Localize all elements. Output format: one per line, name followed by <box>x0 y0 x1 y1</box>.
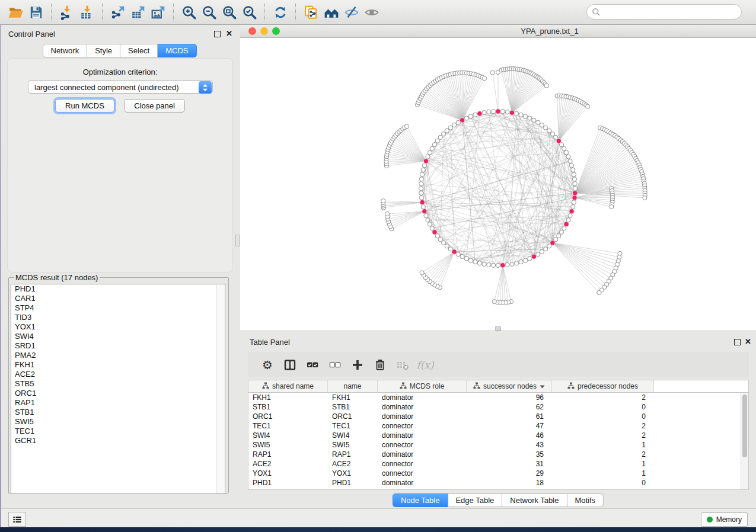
memory-button[interactable]: Memory <box>701 512 748 527</box>
import-table-icon[interactable] <box>77 2 97 23</box>
search-input[interactable] <box>604 7 736 17</box>
mcds-node-item[interactable]: SWI5 <box>11 417 225 427</box>
export-table-icon[interactable] <box>128 2 148 23</box>
column-header-predecessor-nodes[interactable]: predecessor nodes <box>552 380 654 393</box>
close-panel-icon[interactable]: ✕ <box>226 30 232 37</box>
network-table-splitter-handle[interactable] <box>495 326 501 331</box>
run-mcds-button[interactable]: Run MCDS <box>55 99 114 113</box>
mcds-node-item[interactable]: CAR1 <box>11 294 225 303</box>
criterion-label: Optimization criterion: <box>8 68 232 76</box>
mcds-node-item[interactable]: TID3 <box>11 313 225 322</box>
table-row[interactable]: FKH1FKH1dominator962 <box>248 393 748 402</box>
table-scrollbar[interactable] <box>741 393 748 490</box>
split-panes-icon[interactable] <box>279 355 301 375</box>
tab-network[interactable]: Network <box>42 44 87 57</box>
status-bar: Memory <box>1 508 756 527</box>
settings-gear-icon[interactable]: ⚙ <box>256 355 279 375</box>
cell-shared-name: TEC1 <box>248 421 328 431</box>
table-tab-motifs[interactable]: Motifs <box>567 493 604 507</box>
open-session-icon[interactable] <box>6 2 26 23</box>
table-row[interactable]: STB1STB1dominator620 <box>248 402 748 412</box>
table-tab-network-table[interactable]: Network Table <box>502 493 567 507</box>
mcds-node-item[interactable]: SWI4 <box>11 332 225 341</box>
close-window-light[interactable] <box>248 27 256 35</box>
deselect-all-icon[interactable] <box>324 355 346 375</box>
network-graph[interactable] <box>240 37 756 331</box>
table-row[interactable]: RAP1RAP1dominator352 <box>248 450 748 459</box>
list-icon <box>11 514 23 525</box>
mcds-node-item[interactable]: SRD1 <box>11 341 225 351</box>
cell-successor-nodes: 18 <box>467 478 552 488</box>
zoom-selected-icon[interactable] <box>240 2 260 23</box>
network-canvas[interactable] <box>240 37 756 331</box>
table-row[interactable]: TEC1TEC1connector472 <box>248 421 748 431</box>
cell-shared-name: YOX1 <box>248 469 328 478</box>
float-table-panel-icon[interactable] <box>734 339 741 345</box>
mcds-list-scrollbar[interactable] <box>216 285 224 494</box>
criterion-select[interactable]: largest connected component (undirected) <box>28 80 213 94</box>
export-web-icon[interactable] <box>301 2 321 23</box>
tab-style[interactable]: Style <box>87 44 120 57</box>
mcds-node-item[interactable]: STP4 <box>11 303 225 313</box>
table-row[interactable]: YOX1YOX1connector291 <box>248 469 748 478</box>
table-row[interactable]: PHD1PHD1dominator180 <box>248 478 748 488</box>
column-header-mcds-role[interactable]: MCDS role <box>378 380 467 393</box>
panel-list-button[interactable] <box>8 512 26 527</box>
table-row[interactable]: ORC1ORC1dominator610 <box>248 412 748 421</box>
show-graphics-icon[interactable] <box>362 2 382 23</box>
control-panel-tabs: NetworkStyleSelectMCDS <box>42 44 196 57</box>
column-header-label: shared name <box>272 382 314 390</box>
zoom-out-icon[interactable] <box>199 2 219 23</box>
table-tab-node-table[interactable]: Node Table <box>393 493 448 507</box>
tab-mcds[interactable]: MCDS <box>158 44 196 57</box>
zoom-fit-icon[interactable] <box>219 2 240 23</box>
mcds-node-item[interactable]: YOX1 <box>11 322 225 332</box>
cell-predecessor-nodes: 0 <box>552 412 654 421</box>
column-header-successor-nodes[interactable]: successor nodes <box>467 380 552 393</box>
mcds-node-item[interactable]: GCR1 <box>11 436 225 446</box>
news-icon[interactable] <box>321 2 342 23</box>
delete-column-icon[interactable] <box>369 355 391 375</box>
main-toolbar <box>0 0 756 25</box>
zoom-in-icon[interactable] <box>179 2 199 23</box>
mcds-node-item[interactable]: ACE2 <box>11 370 225 379</box>
tab-select[interactable]: Select <box>120 44 158 57</box>
mcds-node-item[interactable]: STB5 <box>11 379 225 389</box>
sort-indicator-icon[interactable] <box>540 382 545 390</box>
zoom-window-light[interactable] <box>272 27 280 35</box>
mcds-node-item[interactable]: PMA2 <box>11 351 225 360</box>
hide-graphics-icon[interactable] <box>342 2 362 23</box>
export-network-icon[interactable] <box>108 2 128 23</box>
save-session-icon[interactable] <box>26 2 46 23</box>
close-panel-button[interactable]: Close panel <box>124 99 185 113</box>
export-image-icon[interactable] <box>148 2 168 23</box>
mcds-node-item[interactable]: FKH1 <box>11 360 225 370</box>
table-tab-edge-table[interactable]: Edge Table <box>448 493 502 507</box>
mcds-node-item[interactable]: RAP1 <box>11 398 225 408</box>
cell-predecessor-nodes: 2 <box>552 450 654 459</box>
close-table-panel-icon[interactable]: ✕ <box>745 338 751 345</box>
apply-layout-icon[interactable] <box>270 2 291 23</box>
float-panel-icon[interactable] <box>214 31 221 37</box>
mcds-node-item[interactable]: PHD1 <box>11 284 225 294</box>
mcds-node-item[interactable]: ORC1 <box>11 389 225 398</box>
mcds-node-item[interactable]: STB1 <box>11 408 225 417</box>
mcds-node-item[interactable]: TEC1 <box>11 427 225 436</box>
memory-status-icon <box>707 517 713 523</box>
table-row[interactable]: SWI5SWI5connector431 <box>248 440 748 450</box>
table-row[interactable]: ACE2ACE2connector311 <box>248 459 748 469</box>
table-row[interactable]: SWI4SWI4dominator462 <box>248 431 748 440</box>
select-all-icon[interactable] <box>301 355 324 375</box>
column-header-shared-name[interactable]: shared name <box>248 380 328 393</box>
select-stepper-icon[interactable] <box>199 81 212 94</box>
toolbar-separator <box>264 4 266 21</box>
table-scrollbar-thumb[interactable] <box>742 395 747 457</box>
column-header-name[interactable]: name <box>328 380 378 393</box>
cell-name: ORC1 <box>328 412 378 421</box>
panel-splitter-handle[interactable] <box>235 235 240 246</box>
cell-name: SWI4 <box>328 431 378 440</box>
cell-name: SWI5 <box>328 440 378 450</box>
minimize-window-light[interactable] <box>260 27 268 35</box>
import-network-icon[interactable] <box>57 2 77 23</box>
add-column-icon[interactable] <box>346 355 369 375</box>
